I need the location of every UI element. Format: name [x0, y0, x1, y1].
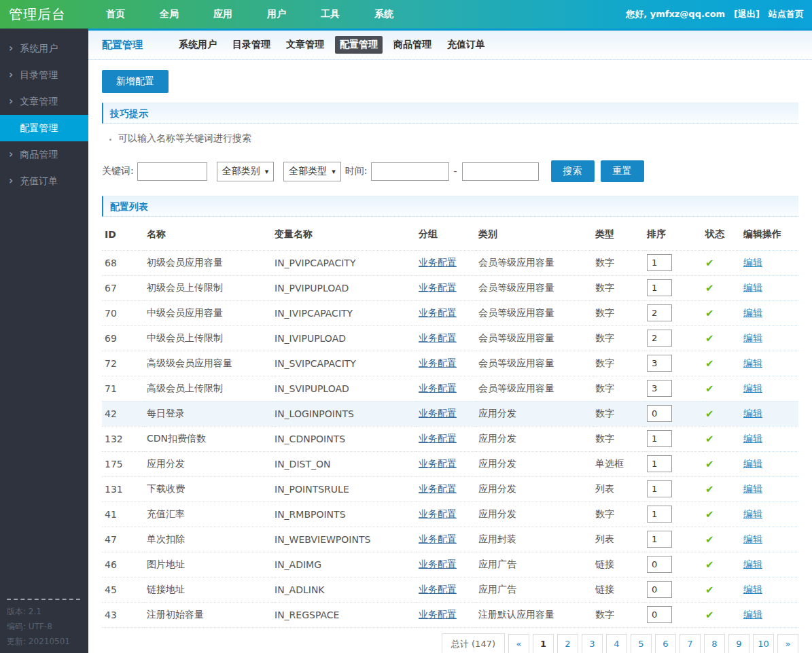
edit-link[interactable]: 编辑 [743, 609, 762, 620]
page-6[interactable]: 6 [655, 634, 676, 653]
tab-1[interactable]: 目录管理 [228, 36, 275, 54]
group-link[interactable]: 业务配置 [419, 383, 457, 393]
group-link[interactable]: 业务配置 [419, 508, 457, 519]
nav-item-0[interactable]: 首页 [106, 8, 125, 20]
nav-item-2[interactable]: 应用 [213, 8, 232, 20]
sort-input[interactable] [647, 556, 672, 573]
nav-item-1[interactable]: 全局 [160, 8, 179, 20]
tab-3[interactable]: 配置管理 [335, 36, 383, 54]
nav-item-3[interactable]: 用户 [267, 8, 286, 20]
group-link[interactable]: 业务配置 [419, 483, 457, 494]
edit-link[interactable]: 编辑 [743, 357, 762, 368]
cell-category: 应用分发 [476, 501, 593, 527]
page-next[interactable]: » [777, 634, 798, 653]
site-home-link[interactable]: 站点首页 [769, 8, 804, 20]
page-9[interactable]: 9 [728, 634, 749, 653]
cell-type: 数字 [593, 602, 644, 627]
tab-5[interactable]: 充值订单 [442, 36, 490, 54]
tab-2[interactable]: 文章管理 [281, 36, 329, 54]
sort-input[interactable] [647, 430, 672, 447]
cell-group: 业务配置 [416, 401, 476, 426]
edit-link[interactable]: 编辑 [743, 307, 762, 318]
sort-input[interactable] [647, 355, 672, 372]
edit-link[interactable]: 编辑 [743, 533, 762, 544]
page-7[interactable]: 7 [679, 634, 701, 653]
sort-input[interactable] [647, 506, 672, 523]
sort-input[interactable] [647, 330, 672, 347]
sort-input[interactable] [647, 480, 672, 497]
cell-status: ✔ [703, 351, 741, 376]
tab-0[interactable]: 系统用户 [174, 36, 222, 54]
sort-input[interactable] [647, 254, 672, 271]
keyword-input[interactable] [137, 162, 207, 181]
sidebar-item-4[interactable]: ›商品管理 [0, 141, 88, 168]
sort-input[interactable] [647, 405, 672, 422]
page-prev[interactable]: « [508, 634, 529, 653]
edit-link[interactable]: 编辑 [743, 257, 762, 268]
page-3[interactable]: 3 [582, 634, 603, 653]
edit-link[interactable]: 编辑 [743, 332, 762, 343]
group-link[interactable]: 业务配置 [419, 282, 457, 293]
sort-input[interactable] [647, 380, 672, 397]
nav-item-4[interactable]: 工具 [321, 8, 340, 20]
group-link[interactable]: 业务配置 [419, 584, 457, 595]
cell-name: 初级会员上传限制 [144, 275, 272, 300]
search-button[interactable]: 搜索 [551, 160, 595, 182]
cell-sort [644, 501, 703, 527]
time-from-input[interactable] [371, 162, 449, 181]
sidebar-item-2[interactable]: ›文章管理 [0, 88, 88, 115]
group-link[interactable]: 业务配置 [419, 533, 457, 544]
sort-input[interactable] [647, 581, 672, 598]
sort-input[interactable] [647, 455, 672, 472]
cell-category: 应用分发 [476, 426, 593, 451]
sidebar-item-0[interactable]: ›系统用户 [0, 35, 88, 62]
page-5[interactable]: 5 [631, 634, 652, 653]
group-link[interactable]: 业务配置 [419, 357, 457, 368]
cell-group: 业务配置 [416, 426, 476, 451]
page-8[interactable]: 8 [704, 634, 725, 653]
page-2[interactable]: 2 [557, 634, 578, 653]
sort-input[interactable] [647, 304, 672, 321]
group-link[interactable]: 业务配置 [419, 332, 457, 343]
sort-input[interactable] [647, 279, 672, 296]
page-title[interactable]: 配置管理 [102, 39, 143, 52]
cell-id: 69 [102, 325, 144, 351]
time-to-input[interactable] [462, 162, 539, 181]
sidebar-item-1[interactable]: ›目录管理 [0, 62, 88, 88]
group-link[interactable]: 业务配置 [419, 609, 457, 620]
tips-section-header: 技巧提示 [102, 103, 798, 124]
cell-type: 数字 [593, 426, 644, 451]
page-1[interactable]: 1 [533, 634, 554, 653]
edit-link[interactable]: 编辑 [743, 483, 762, 494]
cell-status: ✔ [703, 426, 741, 451]
group-link[interactable]: 业务配置 [419, 408, 457, 419]
edit-link[interactable]: 编辑 [743, 282, 762, 293]
nav-item-5[interactable]: 系统 [374, 8, 393, 20]
sidebar-item-5[interactable]: ›充值订单 [0, 168, 88, 194]
edit-link[interactable]: 编辑 [743, 458, 762, 469]
sort-input[interactable] [647, 531, 672, 548]
edit-link[interactable]: 编辑 [743, 433, 762, 444]
sidebar-item-3[interactable]: ›配置管理 [0, 115, 88, 141]
category-select[interactable]: 全部类别 ▾ [217, 162, 275, 181]
reset-button[interactable]: 重置 [601, 160, 644, 182]
group-link[interactable]: 业务配置 [419, 307, 457, 318]
edit-link[interactable]: 编辑 [743, 383, 762, 393]
add-config-button[interactable]: 新增配置 [102, 70, 169, 93]
edit-link[interactable]: 编辑 [743, 584, 762, 595]
group-link[interactable]: 业务配置 [419, 559, 457, 569]
page-10[interactable]: 10 [753, 634, 774, 653]
tab-4[interactable]: 商品管理 [389, 36, 436, 54]
group-link[interactable]: 业务配置 [419, 257, 457, 268]
group-link[interactable]: 业务配置 [419, 433, 457, 444]
edit-link[interactable]: 编辑 [743, 559, 762, 569]
cell-type: 列表 [593, 527, 644, 552]
logout-link[interactable]: [退出] [734, 8, 760, 20]
group-link[interactable]: 业务配置 [419, 458, 457, 469]
cell-var-name: IN_CDNPOINTS [272, 426, 416, 451]
edit-link[interactable]: 编辑 [743, 408, 762, 419]
edit-link[interactable]: 编辑 [743, 508, 762, 519]
sort-input[interactable] [647, 606, 672, 623]
page-4[interactable]: 4 [606, 634, 627, 653]
type-select[interactable]: 全部类型 ▾ [283, 162, 341, 181]
